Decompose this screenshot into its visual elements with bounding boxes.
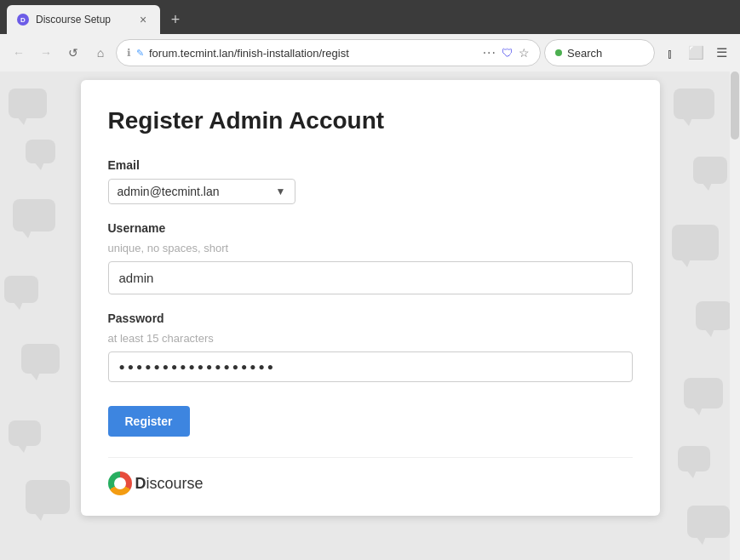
forward-button[interactable]: → — [34, 41, 58, 65]
tab-bar: D Discourse Setup × + — [0, 0, 740, 34]
search-text: Search — [567, 47, 602, 60]
library-button[interactable]: ⫿ — [658, 41, 682, 65]
address-bar[interactable]: ℹ ✎ forum.tecmint.lan/finish-installatio… — [116, 39, 541, 66]
email-group: Email admin@tecmint.lan ▼ — [108, 158, 633, 204]
discourse-logo-inner — [114, 477, 126, 489]
email-label: Email — [108, 158, 633, 172]
username-hint: unique, no spaces, short — [108, 242, 633, 254]
card-title: Register Admin Account — [108, 107, 633, 134]
more-options-icon: ··· — [483, 45, 496, 60]
nav-right-icons: ⫿ ⬜ ☰ — [658, 41, 733, 65]
back-button[interactable]: ← — [7, 41, 31, 65]
new-tab-button[interactable]: + — [163, 8, 187, 31]
info-icon: ℹ — [127, 47, 131, 59]
tabs-button[interactable]: ⬜ — [684, 41, 708, 65]
refresh-button[interactable]: ↺ — [61, 41, 85, 65]
password-label: Password — [108, 311, 633, 325]
bookmark-icon: ☆ — [519, 46, 530, 60]
edit-icon: ✎ — [136, 48, 144, 59]
password-group: Password at least 15 characters ●●●●●●●●… — [108, 311, 633, 382]
tab-close-button[interactable]: × — [136, 13, 150, 26]
nav-bar: ← → ↺ ⌂ ℹ ✎ forum.tecmint.lan/finish-ins… — [0, 34, 740, 71]
email-value: admin@tecmint.lan — [118, 185, 269, 198]
brand-name: Discourse — [135, 475, 204, 493]
tab-favicon: D — [17, 14, 29, 26]
username-group: Username unique, no spaces, short — [108, 221, 633, 294]
discourse-logo — [108, 471, 132, 495]
password-hint: at least 15 characters — [108, 332, 633, 345]
home-button[interactable]: ⌂ — [89, 41, 112, 65]
username-input[interactable] — [108, 261, 633, 294]
register-card: Register Admin Account Email admin@tecmi… — [81, 80, 660, 516]
dropdown-arrow-icon: ▼ — [276, 186, 286, 197]
active-tab[interactable]: D Discourse Setup × — [7, 5, 160, 34]
search-bar[interactable]: Search — [544, 39, 655, 66]
search-status-dot — [555, 49, 562, 56]
card-footer: Discourse — [108, 457, 633, 495]
scrollbar[interactable] — [730, 71, 740, 560]
brand-D: D — [135, 475, 146, 492]
email-select[interactable]: admin@tecmint.lan ▼ — [108, 179, 295, 204]
address-text: forum.tecmint.lan/finish-installation/re… — [149, 47, 478, 60]
tab-title: Discourse Setup — [36, 14, 129, 26]
password-input[interactable]: ●●●●●●●●●●●●●●●●●● — [108, 351, 633, 382]
browser-chrome: D Discourse Setup × + ← → ↺ ⌂ ℹ ✎ forum.… — [0, 0, 740, 71]
menu-button[interactable]: ☰ — [709, 41, 733, 65]
username-label: Username — [108, 221, 633, 235]
shield-icon: 🛡 — [502, 46, 513, 60]
scrollbar-thumb[interactable] — [731, 71, 739, 140]
register-button[interactable]: Register — [108, 406, 190, 437]
page-content: Register Admin Account Email admin@tecmi… — [0, 71, 740, 560]
